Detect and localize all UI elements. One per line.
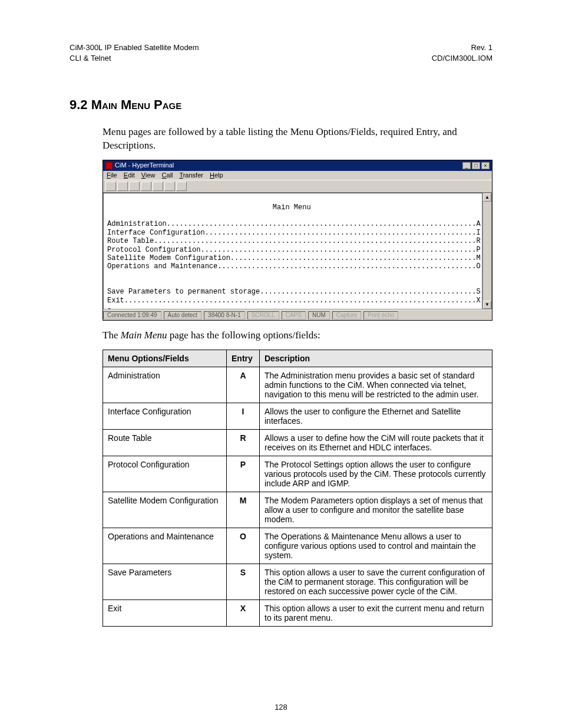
status-scroll: SCROLL (247, 311, 279, 319)
window-controls: _ □ × (462, 162, 490, 169)
status-caps: CAPS (282, 311, 306, 319)
scroll-up-icon[interactable]: ▲ (483, 193, 491, 202)
status-num: NUM (308, 311, 330, 319)
cell-menu-option: Route Table (103, 430, 227, 456)
hyperterminal-window: CiM - HyperTerminal _ □ × File Edit View… (103, 160, 492, 321)
section-number: 9.2 (70, 97, 88, 112)
caption-italic: Main Menu (121, 330, 167, 341)
intro-paragraph: Menu pages are followed by a table listi… (103, 126, 492, 153)
toolbar-btn-send-icon[interactable] (153, 182, 163, 191)
cell-description: The Modem Parameters option displays a s… (260, 492, 492, 528)
caption-prefix: The (103, 330, 121, 341)
cell-description: This option allows a user to save the cu… (260, 564, 492, 600)
status-capture: Capture (332, 311, 362, 319)
header-left-line1: CiM-300L IP Enabled Satellite Modem (70, 42, 199, 53)
section-title-text: Main Menu Page (91, 97, 182, 112)
table-body: AdministrationAThe Administration menu p… (103, 367, 492, 627)
table-row: Route TableRAllows a user to define how … (103, 430, 492, 456)
toolbar-btn-hangup-icon[interactable] (141, 182, 151, 191)
app-icon (105, 162, 113, 169)
cell-description: Allows the user to configure the Etherne… (260, 403, 492, 430)
titlebar: CiM - HyperTerminal _ □ × (103, 160, 492, 171)
caption-suffix: page has the following options/fields: (167, 330, 320, 341)
cell-description: This option allows a user to exit the cu… (260, 600, 492, 627)
toolbar-btn-call-icon[interactable] (129, 182, 140, 191)
toolbar-btn-new-icon[interactable] (105, 182, 116, 191)
th-description: Description (260, 350, 492, 367)
header-left: CiM-300L IP Enabled Satellite Modem CLI … (70, 42, 199, 63)
menu-transfer[interactable]: Transfer (179, 172, 203, 179)
menu-file[interactable]: File (107, 172, 117, 179)
toolbar-btn-props-icon[interactable] (176, 182, 187, 191)
header-left-line2: CLI & Telnet (70, 53, 199, 64)
menu-call[interactable]: Call (162, 172, 173, 179)
toolbar (103, 180, 492, 193)
cell-menu-option: Protocol Configuration (103, 456, 227, 492)
scrollbar[interactable]: ▲ ▼ (482, 193, 492, 309)
th-entry: Entry (227, 350, 260, 367)
cell-menu-option: Interface Configuration (103, 403, 227, 430)
table-head: Menu Options/Fields Entry Description (103, 350, 492, 367)
minimize-icon[interactable]: _ (462, 162, 471, 169)
options-table: Menu Options/Fields Entry Description Ad… (103, 350, 492, 627)
terminal-output: Main Menu Administration................… (103, 193, 482, 309)
cell-description: The Operations & Maintenance Menu allows… (260, 528, 492, 564)
cell-description: The Protocol Settings option allows the … (260, 456, 492, 492)
menubar: File Edit View Call Transfer Help (103, 171, 492, 180)
status-echo: Print echo (363, 311, 398, 319)
header-right: Rev. 1 CD/CIM300L.IOM (432, 42, 492, 63)
header-right-line2: CD/CIM300L.IOM (432, 53, 492, 64)
cell-description: Allows a user to define how the CiM will… (260, 430, 492, 456)
table-row: ExitXThis option allows a user to exit t… (103, 600, 492, 627)
table-row: Interface ConfigurationIAllows the user … (103, 403, 492, 430)
maximize-icon[interactable]: □ (472, 162, 480, 169)
caption-paragraph: The Main Menu page has the following opt… (103, 329, 492, 342)
close-icon[interactable]: × (481, 162, 490, 169)
table-row: Save ParametersSThis option allows a use… (103, 564, 492, 600)
status-baud: 38400 8-N-1 (204, 311, 245, 319)
table-row: Satellite Modem ConfigurationMThe Modem … (103, 492, 492, 528)
status-detect: Auto detect (164, 311, 202, 319)
cell-entry: I (227, 403, 260, 430)
table-row: AdministrationAThe Administration menu p… (103, 367, 492, 403)
menu-edit[interactable]: Edit (124, 172, 135, 179)
table-row: Operations and MaintenanceOThe Operation… (103, 528, 492, 564)
cell-entry: X (227, 600, 260, 627)
cell-entry: S (227, 564, 260, 600)
cell-entry: P (227, 456, 260, 492)
window-title: CiM - HyperTerminal (115, 162, 174, 169)
status-bar: Connected 1:09:49 Auto detect 38400 8-N-… (103, 309, 492, 320)
cell-entry: A (227, 367, 260, 403)
scroll-down-icon[interactable]: ▼ (483, 301, 491, 309)
section-heading: 9.2 Main Menu Page (70, 97, 492, 113)
cell-menu-option: Exit (103, 600, 227, 627)
toolbar-btn-recv-icon[interactable] (164, 182, 175, 191)
cell-description: The Administration menu provides a basic… (260, 367, 492, 403)
menu-view[interactable]: View (141, 172, 156, 179)
header-right-line1: Rev. 1 (432, 42, 492, 53)
cell-entry: O (227, 528, 260, 564)
cell-entry: R (227, 430, 260, 456)
table-row: Protocol ConfigurationPThe Protocol Sett… (103, 456, 492, 492)
page-header: CiM-300L IP Enabled Satellite Modem CLI … (70, 42, 492, 63)
menu-help[interactable]: Help (210, 172, 223, 179)
page-number: 128 (0, 703, 562, 711)
status-connected: Connected 1:09:49 (103, 311, 161, 319)
cell-menu-option: Operations and Maintenance (103, 528, 227, 564)
cell-menu-option: Satellite Modem Configuration (103, 492, 227, 528)
cell-menu-option: Administration (103, 367, 227, 403)
cell-entry: M (227, 492, 260, 528)
toolbar-btn-open-icon[interactable] (117, 182, 128, 191)
th-menu-options: Menu Options/Fields (103, 350, 227, 367)
cell-menu-option: Save Parameters (103, 564, 227, 600)
